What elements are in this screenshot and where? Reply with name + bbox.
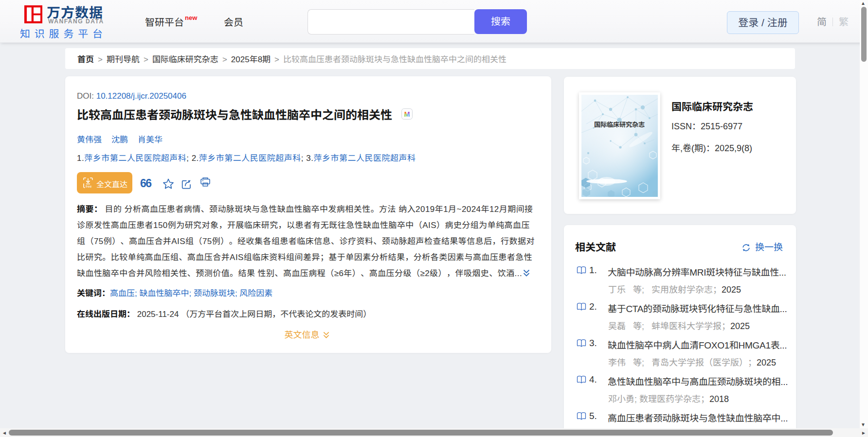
svg-text:free: free bbox=[86, 184, 91, 188]
svg-text:国际临床研究杂志: 国际临床研究杂志 bbox=[594, 120, 645, 129]
